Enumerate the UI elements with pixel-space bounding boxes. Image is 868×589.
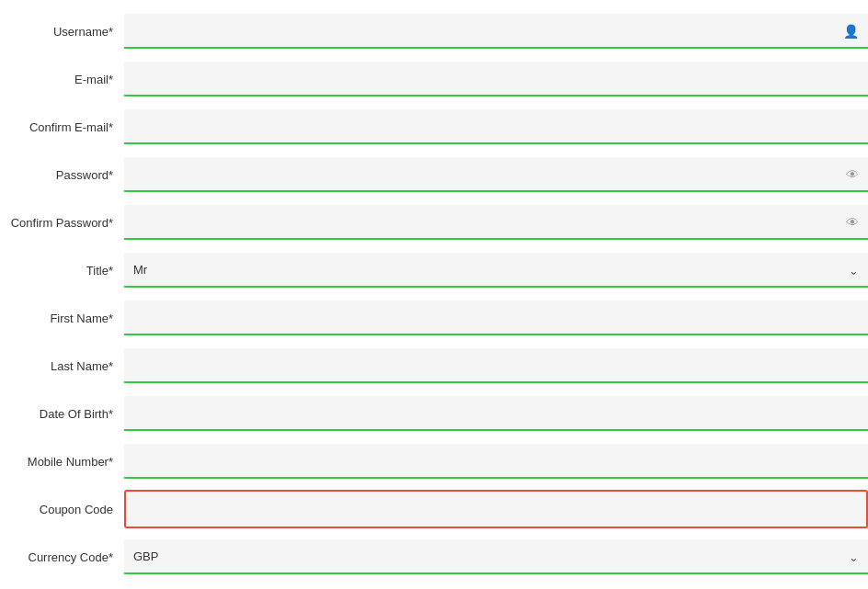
password-label: Password* (0, 168, 124, 182)
last-name-label: Last Name* (0, 359, 124, 373)
title-label: Title* (0, 264, 124, 278)
last-name-input[interactable] (124, 348, 868, 383)
dob-row: Date Of Birth* (0, 391, 868, 436)
coupon-input[interactable] (126, 492, 866, 527)
coupon-input-wrap (124, 490, 868, 528)
first-name-input-wrap (124, 300, 868, 335)
mobile-input[interactable] (124, 444, 868, 479)
last-name-input-wrap (124, 348, 868, 383)
mobile-row: Mobile Number* (0, 439, 868, 483)
confirm-password-input[interactable] (124, 205, 868, 240)
confirm-email-input-wrap (124, 109, 868, 144)
email-row: E-mail* (0, 57, 868, 101)
currency-label: Currency Code* (0, 550, 124, 564)
dob-label: Date Of Birth* (0, 407, 124, 421)
dob-input[interactable] (124, 396, 868, 431)
confirm-email-row: Confirm E-mail* (0, 105, 868, 149)
coupon-label: Coupon Code (0, 503, 124, 516)
title-select-wrap: Mr Mrs Ms Dr ⌄ (124, 253, 868, 288)
password-input[interactable] (124, 157, 868, 192)
title-select[interactable]: Mr Mrs Ms Dr (124, 253, 868, 288)
coupon-row: Coupon Code (0, 487, 868, 531)
title-row: Title* Mr Mrs Ms Dr ⌄ (0, 248, 868, 292)
mobile-label: Mobile Number* (0, 455, 124, 469)
confirm-email-input[interactable] (124, 109, 868, 144)
registration-form: Username* 👤 E-mail* Confirm E-mail* Pass… (0, 0, 868, 589)
mobile-input-wrap (124, 444, 868, 479)
password-input-wrap: 👁 (124, 157, 868, 192)
username-input[interactable] (124, 14, 868, 49)
email-input-wrap (124, 62, 868, 96)
password-row: Password* 👁 (0, 153, 868, 197)
first-name-label: First Name* (0, 311, 124, 325)
confirm-email-label: Confirm E-mail* (0, 120, 124, 134)
email-input[interactable] (124, 62, 868, 96)
dob-input-wrap (124, 396, 868, 431)
currency-select-wrap: GBP USD EUR ⌄ (124, 539, 868, 574)
username-label: Username* (0, 25, 124, 39)
confirm-password-row: Confirm Password* 👁 (0, 200, 868, 244)
currency-row: Currency Code* GBP USD EUR ⌄ (0, 535, 868, 579)
email-label: E-mail* (0, 73, 124, 86)
last-name-row: Last Name* (0, 344, 868, 388)
confirm-password-input-wrap: 👁 (124, 205, 868, 240)
first-name-row: First Name* (0, 296, 868, 340)
currency-select[interactable]: GBP USD EUR (124, 539, 868, 574)
username-row: Username* 👤 (0, 9, 868, 53)
username-input-wrap: 👤 (124, 14, 868, 49)
first-name-input[interactable] (124, 300, 868, 335)
confirm-password-label: Confirm Password* (0, 216, 124, 230)
